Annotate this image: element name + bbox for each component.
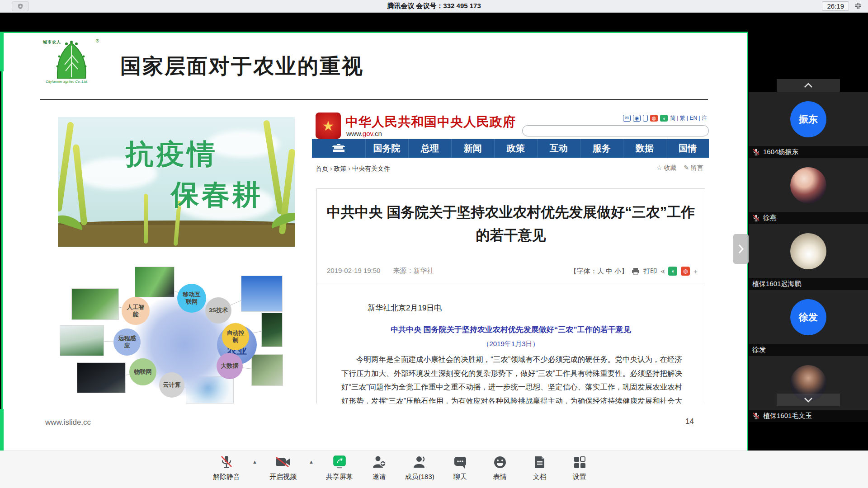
smiley-icon (493, 455, 507, 469)
participant-tile[interactable] (749, 158, 868, 212)
emoji-button[interactable]: 表情 (486, 455, 514, 481)
participant-name: 1604杨振东 (763, 148, 798, 156)
avatar-photo (790, 167, 826, 203)
participant-name: 植保1601毛文玉 (763, 412, 812, 420)
wheat-stalk (58, 122, 74, 212)
participant-name-bar: 植保1601迟海鹏 (749, 278, 868, 290)
participant-name-bar: 徐燕 (749, 212, 868, 224)
participant-name-bar: 植保1601毛文玉 (749, 410, 868, 422)
article-meta: 2019-02-19 19:50 来源： 新华社 【字体：大 中 小】 打印 ⪡… (327, 267, 698, 276)
greenhouse-photo (60, 325, 104, 356)
gov-website-screenshot: ★ 中华人民共和国中央人民政府 www.gov.cn ✉ ◉ ◍ ◖ 简 | 繁… (312, 111, 709, 404)
exit-fullscreen-button[interactable] (853, 1, 863, 11)
smart-agriculture-diagram: 智慧农业 人工智能 移动互联网 3S技术 自动控制 大数据 云计算 物联网 远程… (58, 262, 311, 420)
meeting-duration: 26:19 (822, 1, 849, 11)
registered-mark: ® (96, 38, 99, 43)
article-source-label: 来源： (393, 267, 413, 276)
dark-monitor-photo (77, 362, 126, 393)
share-frame-corner (0, 409, 4, 450)
meeting-window: 腾讯会议 会议号：332 495 173 26:19 城市农人 ® Cityfa… (0, 0, 868, 488)
node-ai: 人工智能 (122, 297, 150, 325)
tiananmen-icon (331, 143, 346, 153)
participant-name: 徐发 (752, 346, 766, 354)
meeting-title: 腾讯会议 会议号：332 495 173 (0, 2, 868, 10)
avatar: 徐发 (790, 299, 826, 335)
gov-nav-item: 互动 (538, 139, 580, 158)
gov-nav-item: 新闻 (452, 139, 495, 158)
gov-nav-item: 数据 (623, 139, 666, 158)
participant-name: 徐燕 (763, 214, 777, 222)
unmute-button[interactable]: 解除静音 (212, 455, 241, 481)
wheat-stalk (144, 194, 148, 244)
company-logo: 城市农人 ® Cityfarmer agritec Co.,Ltd. (43, 38, 100, 84)
mic-muted-icon (752, 214, 760, 222)
national-emblem-icon: ★ (316, 113, 341, 139)
participant-name-bar: 1604杨振东 (749, 146, 868, 158)
participant-video-panel: 振东 1604杨振东 徐燕 植保1601迟海鹏 徐发 徐发 (749, 13, 868, 450)
mobile-icon (643, 115, 648, 122)
start-video-button[interactable]: 开启视频 (269, 455, 297, 481)
avatar: 振东 (790, 101, 826, 137)
share-screen-icon (332, 455, 347, 469)
phone-scan-photo (135, 267, 175, 297)
members-icon (412, 455, 427, 469)
farm-aerial-photo (251, 354, 283, 386)
article-lead: 新华社北京2月19日电 (368, 303, 442, 313)
gov-nav-item: 国情 (666, 139, 709, 158)
meeting-toolbar: 解除静音 ▲ 开启视频 ▲ 共享屏幕 邀请 (0, 450, 868, 488)
settings-button[interactable]: 设置 (566, 455, 594, 481)
logo-company-text: Cityfarmer agritec Co.,Ltd. (46, 80, 88, 84)
video-options-caret[interactable]: ▲ (309, 459, 314, 465)
participant-tile[interactable]: 徐发 (749, 290, 868, 344)
chevron-down-icon (804, 397, 813, 403)
camera-off-icon (275, 456, 291, 469)
leaf-logo-icon (43, 38, 100, 84)
article-box: 中共中央 国务院关于坚持农业农村优先发展做好“三农”工作的若干意见 2019-0… (316, 188, 705, 404)
node-auto-control: 自动控制 (222, 323, 249, 350)
shared-slide: 城市农人 ® Cityfarmer agritec Co.,Ltd. 国家层面对… (4, 33, 747, 450)
gov-search-input (522, 125, 709, 136)
satellite-photo (241, 276, 283, 312)
article-divider (317, 283, 705, 283)
node-3s-tech: 3S技术 (205, 297, 231, 324)
more-share-icon: + (693, 267, 698, 275)
wheat-stalk (73, 144, 88, 225)
gov-nav-bar: 国务院 总理 新闻 政策 互动 服务 数据 国情 (312, 139, 709, 158)
docs-button[interactable]: 文档 (526, 455, 554, 481)
article-body: 今明两年是全面建成小康社会的决胜期，“三农”领域有不少必须完成的硬任务。党中央认… (341, 352, 682, 404)
weibo-icon: ◍ (650, 115, 658, 122)
gov-nav-item: 服务 (580, 139, 623, 158)
participant-name: 植保1601迟海鹏 (752, 280, 801, 288)
hide-video-panel-button[interactable] (733, 234, 749, 264)
invite-button[interactable]: 邀请 (365, 455, 393, 481)
poster-text-line1: 抗疫情 (126, 135, 218, 173)
node-remote-sensing: 远程感应 (113, 328, 141, 356)
expand-videos-button[interactable] (777, 394, 840, 406)
slide-page-title: 国家层面对于农业的重视 (120, 52, 364, 80)
print-label: 打印 (643, 267, 657, 276)
header-divider (40, 99, 708, 100)
favorite-action: ☆ 收藏 (656, 164, 676, 172)
share-screen-button[interactable]: 共享屏幕 (326, 455, 354, 481)
comment-action: ✎ 留言 (684, 164, 703, 172)
gov-nav-item: 政策 (495, 139, 538, 158)
poster-image: 抗疫情 保春耕 (58, 117, 295, 247)
node-cloud-computing: 云计算 (159, 372, 184, 398)
participant-tile[interactable] (749, 224, 868, 278)
article-title: 中共中央 国务院关于坚持农业农村优先发展做好“三农”工作的若干意见 (326, 201, 696, 247)
gov-site-url: www.gov.cn (346, 130, 382, 137)
wechat-share-icon: ◖ (668, 267, 677, 276)
mic-muted-icon (220, 455, 233, 469)
members-button[interactable]: 成员(183) (405, 455, 434, 481)
chat-bubble-icon (453, 455, 467, 469)
chevron-up-icon (804, 83, 813, 88)
participant-tile[interactable]: 振东 (749, 92, 868, 146)
invite-person-icon (372, 455, 387, 469)
mic-options-caret[interactable]: ▲ (252, 459, 257, 465)
gov-lang-links: 简 | 繁 | EN | 注 (670, 114, 707, 122)
chat-button[interactable]: 聊天 (446, 455, 474, 481)
greenhouse-robot-photo (71, 288, 119, 320)
settings-grid-icon (573, 456, 586, 469)
collapse-videos-button[interactable] (777, 79, 840, 92)
gov-nav-home (312, 139, 366, 158)
